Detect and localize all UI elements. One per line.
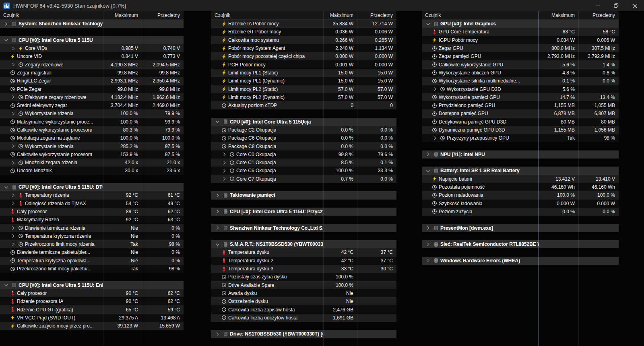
chevron-right-icon[interactable] (9, 242, 17, 247)
section-header-row[interactable]: Drive: NS1T0BSSD530 (YBWT000330T) [C:] (211, 330, 396, 338)
chevron-right-icon[interactable] (220, 152, 228, 157)
sensor-row[interactable]: Core VIDs0.985 V0.740 V (0, 44, 184, 52)
section-header-row[interactable]: PresentMon [dwm.exe] (422, 224, 619, 232)
sensor-row[interactable]: Poziom zużycia0.0 %0.0 % (422, 208, 619, 216)
sensor-row[interactable]: Uncore VID0.841 V0.773 V (0, 52, 184, 60)
sensor-row[interactable]: Średni efektywny zegar3,704.4 MHz2,469.0… (0, 101, 184, 109)
sensor-row[interactable]: Efektywne zegary rdzeniowe4,182.4 MHz1,9… (0, 93, 184, 101)
sensor-row[interactable]: Package C6 Okupacja0.0 %0.0 % (211, 134, 396, 142)
sensor-row[interactable]: Rdzenie CPU GT (grafika)65 °C59 °C (0, 305, 184, 313)
sensor-row[interactable]: Dedykowana pamięć GPU D3D80 MB80 MB (422, 118, 619, 126)
sensor-row[interactable]: Aktualny poziom cTDP00 (211, 101, 396, 109)
chevron-right-icon[interactable] (9, 95, 17, 100)
sensor-row[interactable]: Awaria dyskuNie (211, 289, 396, 297)
sensor-row[interactable]: Przekroczono limit mocy pakietu/...Tak98… (0, 265, 184, 273)
sensor-row[interactable]: Package C2 Okupacja0.0 %0.0 % (211, 126, 396, 134)
sensor-row[interactable]: Zegary rdzeniowe4,190.3 MHz2,094.5 MHz (0, 60, 184, 68)
sensor-row[interactable]: Zegar GPU800.0 MHz307.5 MHz (422, 44, 619, 52)
sensor-row[interactable]: Temperatura dysku42 °C37 °C (211, 248, 396, 256)
sensor-row[interactable]: IGPU Pobór mocy0.034 W0.006 W (422, 36, 619, 44)
sensor-row[interactable]: Limit mocy PL1 (Static)15.0 W15.0 W (211, 69, 396, 77)
sensor-row[interactable]: Dławienie termiczne pakietu/pier...Nie0 … (0, 248, 184, 256)
chevron-right-icon[interactable] (213, 225, 222, 231)
sensor-row[interactable]: Modulacja zegara na żądanie100.0 %100.0 … (0, 134, 184, 142)
sensor-row[interactable]: Wykorzystanie obliczeń GPU4.8 %0.8 % (422, 69, 619, 77)
section-header-row[interactable]: GPU [#0]: Intel Graphics (422, 20, 619, 28)
sensor-row[interactable]: Przekroczono limit mocy rdzeniaTak98 % (0, 240, 184, 248)
sensor-row[interactable]: Odległość rdzenia do TjMAX54 °C49 °C (0, 200, 184, 208)
sensor-row[interactable]: Szybkość ładowania0.000 W0.000 W (422, 200, 619, 208)
sensor-row[interactable]: Całkowite wykorzystanie procesora80.3 %7… (0, 126, 184, 134)
chevron-right-icon[interactable] (213, 332, 222, 337)
sensor-row[interactable]: Rdzenie procesora IA90 °C62 °C (0, 297, 184, 305)
sensor-row[interactable]: PCH Pobór mocy0.001 W0.000 W (211, 60, 396, 68)
chevron-down-icon[interactable] (423, 168, 432, 173)
sensor-row[interactable]: Całkowita liczba odczytów hosta1,691 GB (211, 314, 396, 322)
chevron-right-icon[interactable] (9, 144, 17, 149)
chevron-right-icon[interactable] (9, 160, 17, 165)
sensor-row[interactable]: Zegar magistrali99.8 MHz99.8 MHz (0, 69, 184, 77)
sensor-row[interactable]: Pozostała pojemność46.160 Wh46.160 Wh (422, 183, 619, 191)
sensor-row[interactable]: Cały procesor89 °C62 °C (0, 208, 184, 216)
sensor-row[interactable]: Całkowite wykorzystanie GPU5.6 %1.4 % (422, 60, 619, 68)
sensor-row[interactable]: Core C1 Okupacja8.5 %0.1 % (211, 159, 396, 167)
chevron-right-icon[interactable] (423, 258, 432, 263)
chevron-right-icon[interactable] (2, 21, 10, 27)
sensor-row[interactable]: Uncore Mnożnik30.0 x23.6 x (0, 167, 184, 175)
sensor-row[interactable]: Core C0 Okupacja99.8 %79.6 % (211, 150, 396, 159)
close-button[interactable] (625, 0, 644, 11)
chevron-right-icon[interactable] (220, 168, 228, 173)
sensor-row[interactable]: Temperatura krytyczna rdzeniaNie0 % (0, 232, 184, 240)
sensor-row[interactable]: Pobór mocy System Agent2.240 W1.134 W (211, 44, 396, 52)
sensor-row[interactable]: Maksymalny Rdzeń92 °C63 °C (0, 216, 184, 224)
sensor-row[interactable]: Dławienie termiczne rdzeniaNie0 % (0, 224, 184, 232)
sensor-row[interactable]: Temperatury rdzenia92 °C61 °C (0, 191, 184, 199)
sensor-row[interactable]: Limit mocy PL2 (Static)57.0 W57.0 W (211, 85, 396, 93)
sensor-row[interactable]: Napięcie baterii13.412 V13.410 V (422, 175, 619, 183)
chevron-right-icon[interactable] (220, 160, 228, 165)
section-header-row[interactable]: System: Shenzhen Ninkear Techlogy Co.,Lt… (0, 20, 184, 28)
chevron-down-icon[interactable] (2, 282, 10, 288)
sensor-row[interactable]: Temperatura dysku 333 °C30 °C (211, 265, 396, 273)
chevron-right-icon[interactable] (423, 242, 432, 247)
section-header-row[interactable]: CPU [#0]: Intel Core Ultra 5 115U (0, 36, 184, 44)
restore-button[interactable] (607, 0, 625, 11)
sensor-row[interactable]: Pobór mocy pozostałej części chipa0.000 … (211, 52, 396, 60)
section-header-row[interactable]: Sieć: RealTek Semiconductor RTL8852BE Wi… (422, 240, 619, 248)
section-header-row[interactable]: CPU [#0]: Intel Core Ultra 5 115U: DTS (0, 183, 184, 191)
sensor-row[interactable]: Wykorzystanie GPU D3D5.6 % (422, 85, 619, 93)
chevron-right-icon[interactable] (9, 193, 17, 198)
sensor-row[interactable]: Całkowita liczba zapisów hosta2,476 GB (211, 305, 396, 313)
chevron-right-icon[interactable] (423, 152, 432, 157)
sensor-row[interactable]: Maksymalne wykorzystanie proce...100.0 %… (0, 118, 184, 126)
sensor-row[interactable]: Mnożniki zegara rdzenia42.0 x21.0 x (0, 159, 184, 167)
sensor-row[interactable]: Dynamiczna pamięć GPU D3D1,155 MB1,056 M… (422, 126, 619, 134)
sensor-row[interactable]: VR VCC Prąd (SVID IOUT)29.375 A13.468 A (0, 314, 184, 322)
section-header-row[interactable]: NPU [#1]: Intel NPU (422, 150, 619, 159)
sensor-row[interactable]: Wykorzystanie silnika multimedialne...0.… (422, 77, 619, 85)
minimize-button[interactable] (588, 0, 607, 11)
sensor-row[interactable]: GPU Core Temperatura63 °C58 °C (422, 28, 619, 36)
sensor-row[interactable]: Całkowita moc systemu0.266 W0.265 W (211, 36, 396, 44)
section-header-row[interactable]: Taktowanie pamięci (211, 191, 396, 199)
sensor-row[interactable]: Temperatura dysku 242 °C37 °C (211, 257, 396, 265)
chevron-down-icon[interactable] (2, 185, 10, 190)
chevron-right-icon[interactable] (431, 136, 439, 141)
sensor-row[interactable]: Pozostały czas życia dysku100.0 % (211, 273, 396, 281)
chevron-right-icon[interactable] (220, 176, 228, 181)
sensor-row[interactable]: Dostępna pamięć GPU6,878 MB6,807 MB (422, 109, 619, 117)
chevron-right-icon[interactable] (9, 233, 17, 239)
chevron-right-icon[interactable] (9, 46, 17, 51)
sensor-row[interactable]: Zegar pamięci GPU2,793.0 MHz2,792.9 MHz (422, 52, 619, 60)
sensor-row[interactable]: Cały procesor90 °C62 °C (0, 289, 184, 297)
sensor-row[interactable]: Temperatura krytyczna opakowa...Nie0 % (0, 257, 184, 265)
chevron-down-icon[interactable] (213, 119, 222, 124)
chevron-down-icon[interactable] (2, 37, 10, 43)
chevron-right-icon[interactable] (9, 62, 17, 67)
section-header-row[interactable]: CPU [#0]: Intel Core Ultra 5 115U̧cja (211, 118, 396, 126)
chevron-right-icon[interactable] (423, 225, 432, 231)
chevron-right-icon[interactable] (9, 111, 17, 116)
section-header-row[interactable]: Battery: Intel SR 1 SR Real Battery (422, 167, 619, 175)
sensor-row[interactable]: Przyczyny przepustnicy GPUTak98 % (422, 134, 619, 142)
sensor-row[interactable]: PCIe Zegar99.8 MHz99.8 MHz (0, 85, 184, 93)
